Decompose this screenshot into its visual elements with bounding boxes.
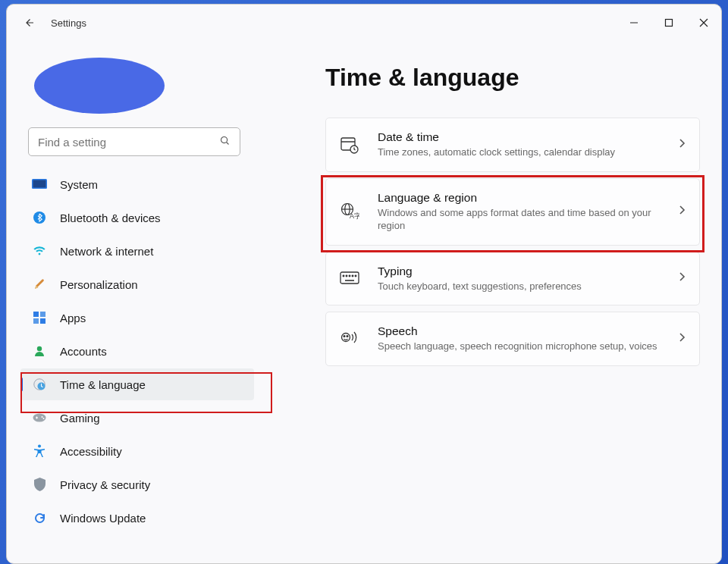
sidebar-item-system[interactable]: System xyxy=(20,168,254,200)
avatar xyxy=(34,58,165,114)
keyboard-icon xyxy=(338,267,361,290)
nav-label: Bluetooth & devices xyxy=(60,212,161,224)
card-subtitle: Touch keyboard, text suggestions, prefer… xyxy=(378,280,678,293)
settings-cards: Date & time Time zones, automatic clock … xyxy=(325,118,700,366)
svg-point-2 xyxy=(221,136,228,143)
titlebar: Settings xyxy=(7,5,721,41)
window-controls xyxy=(617,8,721,37)
nav-label: Apps xyxy=(60,312,86,324)
clock-globe-icon xyxy=(31,376,48,393)
card-title: Date & time xyxy=(378,130,678,144)
chevron-right-icon xyxy=(678,138,686,152)
search-icon xyxy=(219,135,231,149)
search-box[interactable] xyxy=(28,127,240,156)
sidebar-item-accounts[interactable]: Accounts xyxy=(20,335,254,367)
nav-label: Gaming xyxy=(60,412,100,425)
back-button[interactable] xyxy=(20,14,37,31)
sidebar-item-privacy[interactable]: Privacy & security xyxy=(20,468,254,500)
accessibility-icon xyxy=(31,443,48,459)
nav-label: Windows Update xyxy=(60,512,146,525)
card-language-region[interactable]: A字 Language & region Windows and some ap… xyxy=(325,178,700,246)
chevron-right-icon xyxy=(678,332,686,346)
settings-window: Settings xyxy=(6,4,722,564)
card-typing[interactable]: Typing Touch keyboard, text suggestions,… xyxy=(325,252,700,306)
svg-line-3 xyxy=(227,142,229,144)
gaming-icon xyxy=(31,409,48,426)
main-panel: Time & language Date & time Time zones, … xyxy=(257,41,721,563)
speech-icon xyxy=(338,327,361,350)
svg-point-28 xyxy=(349,276,350,277)
nav-label: Accounts xyxy=(60,345,107,358)
svg-point-16 xyxy=(43,418,45,419)
card-subtitle: Speech language, speech recognition micr… xyxy=(378,340,678,353)
svg-text:A字: A字 xyxy=(350,212,359,220)
card-title: Speech xyxy=(378,324,678,338)
bluetooth-icon xyxy=(31,209,48,226)
sidebar: System Bluetooth & devices Network & int… xyxy=(7,41,257,563)
minimize-button[interactable] xyxy=(617,8,651,37)
sidebar-item-gaming[interactable]: Gaming xyxy=(20,402,254,434)
app-title: Settings xyxy=(51,17,86,29)
close-button[interactable] xyxy=(686,8,721,37)
update-icon xyxy=(31,509,48,526)
wifi-icon xyxy=(31,243,48,259)
sidebar-item-apps[interactable]: Apps xyxy=(20,302,254,334)
svg-point-30 xyxy=(355,276,356,277)
calendar-clock-icon xyxy=(338,133,361,156)
svg-rect-7 xyxy=(33,312,39,317)
sidebar-item-network[interactable]: Network & internet xyxy=(20,235,254,267)
nav-label: Personalization xyxy=(60,278,138,291)
sidebar-item-accessibility[interactable]: Accessibility xyxy=(20,435,254,467)
sidebar-item-windows-update[interactable]: Windows Update xyxy=(20,502,254,534)
card-speech[interactable]: Speech Speech language, speech recogniti… xyxy=(325,312,700,366)
svg-rect-10 xyxy=(40,318,46,324)
content-area: System Bluetooth & devices Network & int… xyxy=(7,41,721,563)
sidebar-item-personalization[interactable]: Personalization xyxy=(20,268,254,300)
svg-rect-8 xyxy=(40,312,46,317)
paint-icon xyxy=(31,276,48,293)
person-icon xyxy=(31,343,48,359)
card-title: Typing xyxy=(378,265,678,278)
svg-point-34 xyxy=(347,336,348,337)
nav-label: Time & language xyxy=(60,378,146,391)
svg-point-29 xyxy=(352,276,353,277)
svg-point-17 xyxy=(38,445,41,448)
svg-point-33 xyxy=(344,336,345,337)
shield-icon xyxy=(31,476,48,493)
svg-point-14 xyxy=(33,414,46,422)
system-icon xyxy=(31,176,48,193)
chevron-right-icon xyxy=(678,205,686,218)
svg-point-27 xyxy=(346,276,347,277)
svg-rect-9 xyxy=(33,318,39,324)
nav-label: Accessibility xyxy=(60,445,122,458)
svg-rect-1 xyxy=(666,20,673,27)
search-input[interactable] xyxy=(38,136,219,149)
svg-rect-25 xyxy=(340,272,359,284)
profile-area[interactable] xyxy=(34,58,257,114)
nav-label: Network & internet xyxy=(60,245,153,258)
nav-list: System Bluetooth & devices Network & int… xyxy=(7,168,257,534)
svg-rect-5 xyxy=(33,180,46,188)
apps-icon xyxy=(31,309,48,326)
card-date-time[interactable]: Date & time Time zones, automatic clock … xyxy=(325,118,700,172)
chevron-right-icon xyxy=(678,271,686,285)
nav-label: Privacy & security xyxy=(60,478,150,491)
card-subtitle: Time zones, automatic clock settings, ca… xyxy=(378,146,678,159)
sidebar-item-time-language[interactable]: Time & language xyxy=(20,368,254,400)
globe-language-icon: A字 xyxy=(338,200,361,223)
maximize-button[interactable] xyxy=(651,8,686,37)
card-title: Language & region xyxy=(378,191,678,205)
svg-point-11 xyxy=(37,346,42,351)
svg-point-15 xyxy=(42,416,43,418)
page-title: Time & language xyxy=(325,64,700,92)
svg-point-26 xyxy=(343,276,344,277)
card-subtitle: Windows and some apps format dates and t… xyxy=(378,206,678,233)
nav-label: System xyxy=(60,178,98,191)
sidebar-item-bluetooth[interactable]: Bluetooth & devices xyxy=(20,202,254,233)
